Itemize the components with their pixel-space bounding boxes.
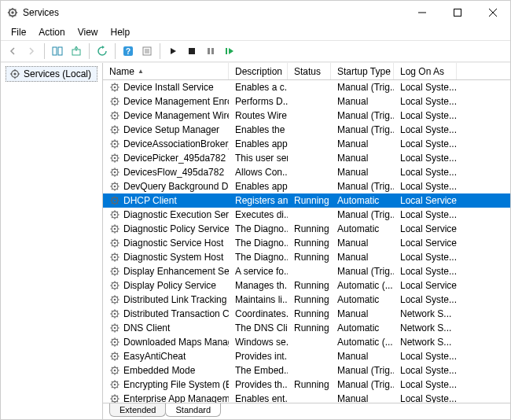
service-row[interactable]: Device Management Wirele...Routes Wire..…: [103, 109, 510, 123]
cell-name: Display Enhancement Service: [103, 266, 229, 277]
export-list-button[interactable]: [68, 42, 85, 60]
cell-startup: Automatic (...: [331, 337, 394, 348]
toolbar-separator: [160, 43, 160, 59]
cell-logon: Local Syste...: [394, 379, 457, 390]
service-row[interactable]: Diagnostic System HostThe Diagno...Runni…: [103, 250, 510, 264]
pause-service-button[interactable]: [202, 42, 219, 60]
service-row[interactable]: Encrypting File System (EFS)Provides th.…: [103, 378, 510, 392]
cell-startup: Automatic: [331, 223, 394, 234]
start-service-button[interactable]: [164, 42, 182, 60]
svg-point-32: [114, 157, 116, 160]
svg-rect-3: [454, 9, 461, 17]
column-header-status[interactable]: Status: [288, 63, 331, 79]
cell-startup: Automatic: [331, 195, 394, 206]
service-icon: [109, 209, 120, 220]
cell-logon: Local Syste...: [394, 110, 457, 121]
service-row[interactable]: Device Setup ManagerEnables the ...Manua…: [103, 123, 510, 137]
cell-logon: Local Syste...: [394, 138, 457, 149]
service-row[interactable]: DNS ClientThe DNS Cli...RunningAutomatic…: [103, 321, 510, 335]
forward-button[interactable]: [23, 42, 40, 60]
cell-description: Maintains li...: [229, 294, 288, 305]
service-icon: [109, 238, 120, 249]
service-row[interactable]: Embedded ModeThe Embed...Manual (Trig...…: [103, 363, 510, 378]
cell-description: Windows se...: [229, 337, 288, 348]
cell-name: DevicesFlow_495da782: [103, 167, 229, 178]
cell-logon: Local Service: [394, 238, 457, 249]
window-title: Services: [23, 7, 404, 18]
service-row[interactable]: Display Enhancement ServiceA service fo.…: [103, 264, 510, 278]
service-row[interactable]: Device Management Enroll...Performs D...…: [103, 94, 510, 109]
service-row[interactable]: DevicesFlow_495da782Allows Con...ManualL…: [103, 165, 510, 179]
svg-point-36: [114, 186, 116, 188]
service-icon: [109, 195, 120, 206]
svg-rect-18: [226, 48, 227, 54]
service-row[interactable]: Downloaded Maps ManagerWindows se...Auto…: [103, 335, 510, 349]
cell-description: Executes di...: [229, 209, 288, 220]
cell-startup: Automatic: [331, 322, 394, 333]
service-row[interactable]: Enterprise App Managemen...Enables ent..…: [103, 392, 510, 403]
menu-action[interactable]: Action: [33, 25, 70, 39]
service-row[interactable]: Diagnostic Policy ServiceThe Diagno...Ru…: [103, 222, 510, 236]
svg-point-24: [114, 101, 116, 103]
menu-help[interactable]: Help: [105, 25, 136, 39]
tree-node-label: Services (Local): [24, 68, 91, 79]
svg-point-50: [114, 285, 116, 287]
tab-extended[interactable]: Extended: [109, 403, 166, 417]
cell-logon: Local Syste...: [394, 365, 457, 376]
cell-startup: Manual: [331, 138, 394, 149]
service-row[interactable]: Display Policy ServiceManages th...Runni…: [103, 278, 510, 293]
close-button[interactable]: [475, 1, 510, 24]
service-row[interactable]: DHCP ClientRegisters an...RunningAutomat…: [103, 193, 510, 208]
service-row[interactable]: DevQuery Background Disc...Enables app..…: [103, 179, 510, 193]
cell-status: Running: [288, 322, 331, 333]
restart-service-button[interactable]: [221, 42, 238, 60]
maximize-button[interactable]: [439, 1, 475, 24]
service-icon: [109, 308, 120, 319]
tree-pane[interactable]: Services (Local): [1, 63, 103, 419]
service-icon: [109, 393, 120, 403]
service-row[interactable]: Diagnostic Service HostThe Diagno...Runn…: [103, 236, 510, 250]
column-header-startup[interactable]: Startup Type: [331, 63, 394, 79]
back-button[interactable]: [4, 42, 21, 60]
menu-view[interactable]: View: [72, 25, 104, 39]
service-row[interactable]: DevicePicker_495da782This user ser...Man…: [103, 151, 510, 165]
cell-name: DevQuery Background Disc...: [103, 181, 229, 192]
column-header-name[interactable]: Name ▲: [103, 63, 229, 79]
service-icon: [109, 181, 120, 192]
service-row[interactable]: Distributed Link Tracking Cli...Maintain…: [103, 293, 510, 307]
svg-point-62: [114, 370, 116, 372]
toolbar-separator: [89, 43, 90, 59]
cell-description: Enables a c...: [229, 82, 288, 93]
cell-logon: Network S...: [394, 308, 457, 319]
service-row[interactable]: EasyAntiCheatProvides int...ManualLocal …: [103, 349, 510, 363]
toolbar: ?: [1, 40, 510, 62]
svg-point-56: [114, 327, 116, 330]
refresh-button[interactable]: [94, 42, 111, 60]
stop-service-button[interactable]: [183, 42, 200, 60]
service-row[interactable]: Diagnostic Execution ServiceExecutes di.…: [103, 208, 510, 222]
service-row[interactable]: Distributed Transaction Coo...Coordinate…: [103, 307, 510, 321]
properties-button[interactable]: [138, 42, 156, 60]
service-row[interactable]: Device Install ServiceEnables a c...Manu…: [103, 80, 510, 94]
service-list[interactable]: Device Install ServiceEnables a c...Manu…: [103, 80, 510, 403]
tree-node-services-local[interactable]: Services (Local): [6, 66, 97, 82]
minimize-button[interactable]: [404, 1, 439, 24]
svg-rect-16: [208, 48, 210, 54]
svg-point-42: [114, 228, 116, 230]
cell-startup: Manual: [331, 393, 394, 403]
svg-point-26: [114, 115, 116, 117]
help-button[interactable]: ?: [119, 42, 137, 60]
tab-standard[interactable]: Standard: [165, 403, 221, 417]
cell-name: EasyAntiCheat: [103, 351, 229, 362]
service-icon: [109, 322, 120, 333]
menu-bar: File Action View Help: [1, 24, 510, 40]
menu-file[interactable]: File: [6, 25, 31, 39]
cell-logon: Local Syste...: [394, 351, 457, 362]
cell-description: The Diagno...: [229, 252, 288, 263]
show-hide-tree-button[interactable]: [49, 42, 66, 60]
column-header-logon[interactable]: Log On As: [394, 63, 457, 79]
column-header-description[interactable]: Description: [229, 63, 288, 79]
service-icon: [109, 153, 120, 164]
service-row[interactable]: DeviceAssociationBroker_49...Enables app…: [103, 137, 510, 151]
cell-startup: Manual: [331, 308, 394, 319]
